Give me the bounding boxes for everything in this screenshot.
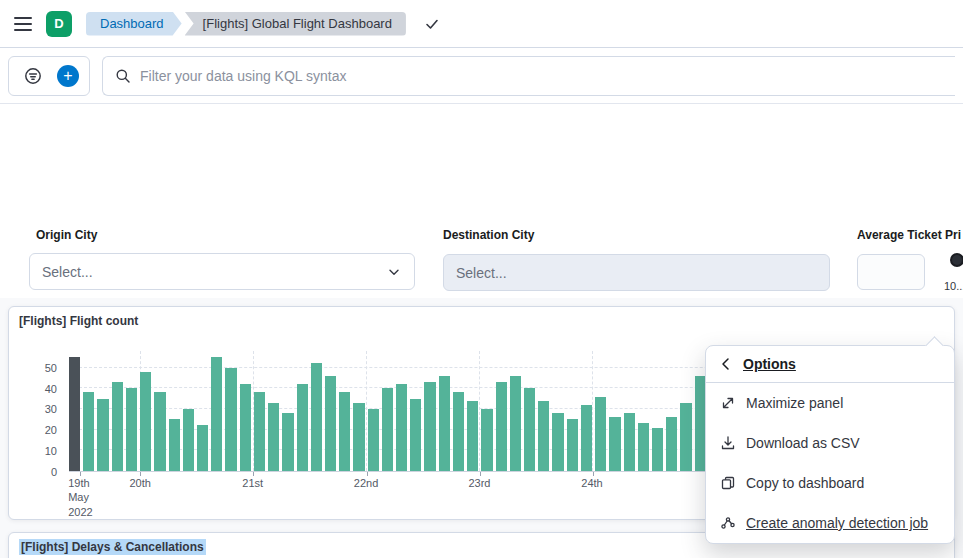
x-axis-tick xyxy=(253,472,254,476)
search-placeholder: Filter your data using KQL syntax xyxy=(140,68,346,84)
bar xyxy=(552,413,563,471)
bar xyxy=(666,417,677,471)
top-header-bar: D Dashboard [Flights] Global Flight Dash… xyxy=(0,0,963,48)
bar xyxy=(410,399,421,471)
chevron-down-icon xyxy=(386,264,402,280)
bar xyxy=(652,428,663,471)
bar xyxy=(325,376,336,471)
x-axis-label: 24th xyxy=(581,476,602,490)
bar xyxy=(282,413,293,471)
bar xyxy=(538,401,549,471)
download-icon xyxy=(720,435,736,451)
breadcrumb: Dashboard [Flights] Global Flight Dashbo… xyxy=(86,12,406,36)
bar xyxy=(467,401,478,471)
search-icon xyxy=(115,68,131,84)
bar xyxy=(254,392,265,471)
bar xyxy=(368,409,379,471)
bar xyxy=(567,419,578,471)
x-axis-tick xyxy=(367,472,368,476)
bar xyxy=(140,372,151,471)
y-axis-label: 10 xyxy=(45,445,57,457)
bar xyxy=(581,405,592,471)
bar xyxy=(240,384,251,471)
bar xyxy=(481,409,492,471)
destination-city-select[interactable]: Select... xyxy=(443,254,830,291)
bar xyxy=(97,399,108,471)
bar xyxy=(424,382,435,471)
origin-city-label: Origin City xyxy=(36,228,97,242)
bar xyxy=(225,368,236,471)
copy-icon xyxy=(720,475,736,491)
menu-item-download-csv[interactable]: Download as CSV xyxy=(706,423,954,463)
avg-ticket-price-label: Average Ticket Pri xyxy=(857,228,961,242)
bar xyxy=(297,384,308,471)
bar xyxy=(126,388,137,471)
deployment-logo[interactable]: D xyxy=(46,11,72,37)
filter-button-group: + xyxy=(8,56,90,96)
bar xyxy=(595,397,606,471)
price-slider-handle[interactable] xyxy=(950,253,963,267)
bar xyxy=(680,403,691,471)
kql-search-field[interactable]: Filter your data using KQL syntax xyxy=(102,56,955,96)
bar xyxy=(382,388,393,471)
menu-hamburger-icon[interactable] xyxy=(14,17,32,31)
y-axis-label: 30 xyxy=(45,403,57,415)
dashboard-controls: Origin City Select... Destination City S… xyxy=(0,104,963,298)
options-menu-title: Options xyxy=(743,356,796,372)
bar xyxy=(510,376,521,471)
menu-item-create-anomaly-job[interactable]: Create anomaly detection job xyxy=(706,503,954,543)
x-axis-tick xyxy=(80,472,81,476)
bar xyxy=(496,382,507,471)
price-slider-value: 10... xyxy=(944,280,963,292)
bar xyxy=(169,419,180,471)
bar xyxy=(624,413,635,471)
query-toolbar: + Filter your data using KQL syntax xyxy=(0,48,963,104)
bar xyxy=(197,425,208,471)
menu-item-label: Copy to dashboard xyxy=(746,475,864,491)
flight-count-panel-title[interactable]: [Flights] Flight count xyxy=(9,307,954,335)
add-filter-button[interactable]: + xyxy=(57,65,79,87)
check-icon[interactable] xyxy=(424,16,440,32)
menu-item-label: Create anomaly detection job xyxy=(746,515,928,531)
machine-learning-icon xyxy=(720,515,736,531)
bar xyxy=(638,423,649,471)
bar xyxy=(524,388,535,471)
bar xyxy=(69,357,80,471)
x-axis-tick xyxy=(140,472,141,476)
x-axis-label: 20th xyxy=(129,476,150,490)
bar xyxy=(609,417,620,471)
chevron-left-icon xyxy=(718,356,734,372)
x-axis-label: 21st xyxy=(242,476,263,490)
maximize-icon xyxy=(720,395,736,411)
y-axis-label: 40 xyxy=(45,383,57,395)
filters-menu-button[interactable] xyxy=(19,62,47,90)
avg-ticket-price-input[interactable] xyxy=(857,254,925,290)
bar xyxy=(183,409,194,471)
y-axis-label: 50 xyxy=(45,362,57,374)
x-axis-label: 22nd xyxy=(354,476,378,490)
bar xyxy=(83,392,94,471)
menu-item-copy-to-dashboard[interactable]: Copy to dashboard xyxy=(706,463,954,503)
y-axis-label: 0 xyxy=(51,466,57,478)
options-menu-header[interactable]: Options xyxy=(706,346,954,383)
y-axis-label: 20 xyxy=(45,424,57,436)
panel-options-menu: Options Maximize panel Download as CSV C… xyxy=(705,345,955,544)
bar xyxy=(339,392,350,471)
x-axis-tick xyxy=(480,472,481,476)
origin-city-select[interactable]: Select... xyxy=(29,253,415,290)
menu-item-maximize-panel[interactable]: Maximize panel xyxy=(706,383,954,423)
breadcrumb-dashboard[interactable]: Dashboard xyxy=(86,12,182,36)
destination-city-value: Select... xyxy=(456,265,507,281)
x-axis-tick xyxy=(593,472,594,476)
bar xyxy=(453,392,464,471)
bar xyxy=(396,384,407,471)
origin-city-value: Select... xyxy=(42,264,93,280)
bar xyxy=(211,357,222,471)
x-axis-label: 19thMay2022 xyxy=(68,476,92,519)
breadcrumb-current-dashboard[interactable]: [Flights] Global Flight Dashboard xyxy=(185,12,406,36)
delays-panel-title-text: [Flights] Delays & Cancellations xyxy=(19,539,206,555)
x-axis-label: 23rd xyxy=(468,476,490,490)
bar xyxy=(439,376,450,471)
bar xyxy=(268,403,279,471)
bar xyxy=(353,403,364,471)
